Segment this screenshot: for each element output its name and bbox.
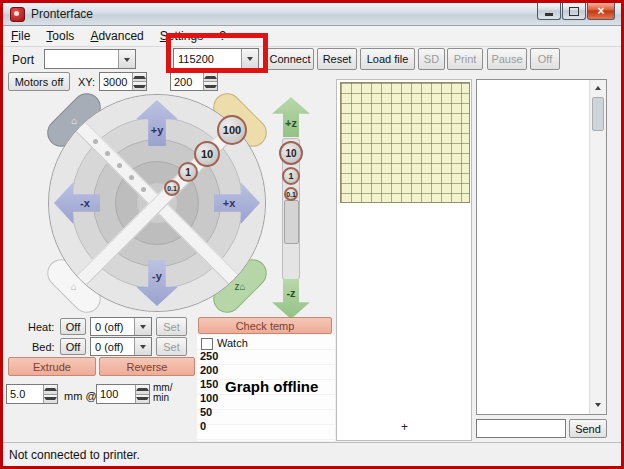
pause-button[interactable]: Pause — [487, 48, 527, 70]
send-button[interactable]: Send — [569, 419, 607, 438]
jog-minus-x-label: -x — [80, 197, 90, 209]
home-icon: ⌂ — [71, 280, 77, 291]
xy-step-1-button[interactable]: 1 — [178, 162, 198, 182]
off-button[interactable]: Off — [530, 48, 560, 70]
band-dot — [129, 175, 134, 180]
xy-step-100-button[interactable]: 100 — [217, 115, 247, 145]
chevron-down-icon — [140, 345, 146, 352]
menu-advanced[interactable]: Advanced — [82, 26, 151, 46]
status-text: Not connected to printer. — [3, 448, 140, 462]
spinner-down-button[interactable] — [44, 394, 57, 404]
status-bar: Not connected to printer. — [3, 442, 621, 466]
band-dot — [141, 187, 146, 192]
close-button[interactable]: × — [587, 3, 615, 20]
sd-button[interactable]: SD — [418, 48, 445, 70]
bed-off-button[interactable]: Off — [60, 338, 86, 355]
speed-unit-label: mm/ min — [153, 383, 172, 403]
annotation-highlight — [166, 33, 268, 73]
chevron-down-icon — [595, 403, 601, 410]
origin-marker: + — [401, 420, 408, 434]
motors-off-button[interactable]: Motors off — [8, 72, 70, 91]
maximize-button[interactable] — [562, 3, 586, 20]
log-scrollbar[interactable] — [589, 80, 606, 414]
dropdown-arrow-icon[interactable] — [134, 318, 151, 335]
chevron-up-icon — [44, 386, 57, 391]
extrude-length-value: 5.0 — [7, 385, 43, 403]
chevron-down-icon — [204, 85, 217, 90]
spinner-up-button[interactable] — [204, 73, 217, 81]
band-dot — [93, 139, 98, 144]
watch-label: Watch — [217, 337, 248, 349]
extrude-length-spinner[interactable]: 5.0 — [6, 384, 58, 404]
xy-feedrate-spinner[interactable]: 3000 — [99, 72, 147, 91]
pronterface-window: Pronterface × File Tools Advanced Settin… — [0, 0, 624, 469]
scroll-thumb[interactable] — [592, 97, 604, 131]
dropdown-arrow-icon[interactable] — [134, 338, 151, 355]
extrude-button[interactable]: Extrude — [8, 357, 96, 376]
band-dot — [105, 151, 110, 156]
chevron-down-icon — [133, 85, 146, 90]
graph-ytick-150: 150 — [200, 378, 218, 390]
extrude-speed-spinner[interactable]: 100 — [96, 384, 150, 404]
bed-set-button[interactable]: Set — [156, 337, 187, 356]
band-dot — [117, 163, 122, 168]
app-icon — [10, 7, 25, 22]
spinner-down-button[interactable] — [204, 81, 217, 90]
xy-jog-pad[interactable]: ⌂ y⌂ ⌂ z⌂ +y -y -x +x 100 — [48, 94, 266, 312]
menu-file[interactable]: File — [3, 26, 38, 46]
graph-ytick-0: 0 — [200, 420, 206, 432]
spinner-up-button[interactable] — [136, 385, 149, 394]
gcode-viewer[interactable]: + — [336, 79, 472, 441]
menu-bar: File Tools Advanced Settings ? — [3, 26, 621, 47]
spinner-down-button[interactable] — [133, 81, 146, 90]
z-step-10-button[interactable]: 10 — [279, 141, 303, 165]
xy-feedrate-value: 3000 — [100, 73, 132, 90]
heater-temp-value: 0 (off) — [91, 318, 134, 335]
heater-off-button[interactable]: Off — [60, 318, 86, 335]
watch-checkbox[interactable] — [201, 338, 213, 350]
reverse-button[interactable]: Reverse — [99, 357, 195, 376]
jog-minus-y-label: -y — [152, 270, 162, 282]
command-input[interactable] — [476, 419, 566, 438]
load-file-button[interactable]: Load file — [360, 48, 415, 70]
heater-label: Heat: — [28, 321, 54, 333]
jog-minus-z-label: -z — [286, 287, 295, 299]
xy-feedrate-label: XY: — [78, 76, 95, 88]
chevron-up-icon — [133, 74, 146, 79]
print-button[interactable]: Print — [447, 48, 483, 70]
heater-set-button[interactable]: Set — [156, 317, 187, 336]
check-temp-button[interactable]: Check temp — [198, 317, 332, 334]
home-icon: ⌂ — [71, 115, 77, 126]
reset-button[interactable]: Reset — [317, 48, 357, 70]
z-track-thumb[interactable] — [284, 200, 299, 244]
xy-step-01-button[interactable]: 0.1 — [164, 180, 180, 196]
log-output[interactable] — [476, 79, 607, 415]
scroll-up-button[interactable] — [590, 80, 606, 96]
graph-ytick-50: 50 — [200, 406, 212, 418]
heater-temp-select[interactable]: 0 (off) — [90, 317, 152, 336]
spinner-down-button[interactable] — [136, 394, 149, 404]
z-step-01-button[interactable]: 0.1 — [284, 187, 298, 201]
scroll-down-button[interactable] — [590, 398, 606, 414]
menu-tools[interactable]: Tools — [38, 26, 82, 46]
dropdown-arrow-icon[interactable] — [118, 50, 135, 68]
chevron-up-icon — [204, 74, 217, 79]
jog-plus-z-button[interactable]: +z — [272, 97, 310, 137]
chevron-down-icon — [44, 397, 57, 402]
xy-step-10-button[interactable]: 10 — [194, 141, 220, 167]
jog-plus-z-label: +z — [285, 117, 297, 129]
minimize-button[interactable] — [537, 3, 561, 20]
z-step-1-button[interactable]: 1 — [282, 167, 300, 185]
port-select[interactable] — [44, 49, 136, 69]
connect-button[interactable]: Connect — [266, 48, 314, 70]
spinner-up-button[interactable] — [44, 385, 57, 394]
jog-plus-y-label: +y — [151, 124, 164, 136]
spinner-up-button[interactable] — [133, 73, 146, 81]
jog-plus-x-label: +x — [223, 197, 236, 209]
z-feedrate-spinner[interactable]: 200 — [170, 72, 218, 91]
temp-graph: 250 200 150 100 50 0 Graph offline — [197, 334, 335, 441]
chevron-up-icon — [595, 83, 601, 90]
graph-ytick-200: 200 — [200, 364, 218, 376]
jog-minus-z-button[interactable]: -z — [272, 279, 310, 319]
bed-temp-select[interactable]: 0 (off) — [90, 337, 152, 356]
